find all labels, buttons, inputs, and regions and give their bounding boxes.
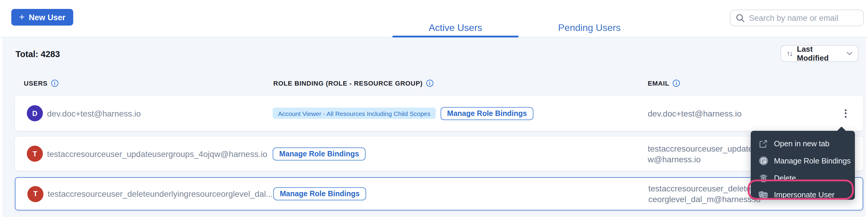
email-cell: testaccresourceuser_updateu w@harness.io [648, 143, 757, 165]
sort-dropdown[interactable]: ↑↓ Last Modified [780, 45, 859, 62]
email-line: w@harness.io [648, 154, 757, 165]
email-line: testaccresourceuser_deleteu [648, 183, 761, 194]
user-name: testaccresourceuser_deleteunderlyingreso… [48, 189, 273, 198]
table-row[interactable]: T testaccresourceuser_updateusergroups_4… [15, 137, 863, 171]
info-icon[interactable] [673, 80, 680, 87]
email-line: dev.doc+test@harness.io [648, 108, 742, 119]
sort-arrows-icon: ↑↓ [786, 49, 792, 58]
role-binding-cell: Manage Role Bindings [273, 147, 366, 160]
column-header-users: USERS [24, 80, 58, 87]
row-context-menu: Open in new tab Manage Role Bindings [751, 131, 855, 200]
active-tab-underline [392, 36, 519, 37]
menu-item-label: Manage Role Bindings [774, 156, 851, 165]
table-row-selected[interactable]: T testaccresourceuser_deleteunderlyingre… [15, 177, 863, 211]
role-bindings-icon [759, 156, 768, 165]
email-line: ceorglevel_dal_m@harness.io [648, 194, 761, 205]
column-header-role-binding: ROLE BINDING (ROLE - RESOURCE GROUP) [273, 80, 433, 87]
row-options-menu-icon[interactable] [841, 107, 849, 119]
user-management-page: + New User Active Users Pending Users To… [0, 0, 868, 217]
info-icon[interactable] [51, 80, 58, 87]
manage-role-bindings-button[interactable]: Manage Role Bindings [273, 187, 366, 201]
column-header-users-label: USERS [24, 80, 48, 87]
new-user-button-label: New User [29, 13, 65, 22]
new-user-button[interactable]: + New User [11, 9, 73, 26]
info-icon[interactable] [426, 80, 433, 87]
menu-item-impersonate-user[interactable]: Impersonate User [751, 187, 855, 203]
user-name: testaccresourceuser_updateusergroups_4oj… [47, 149, 267, 158]
menu-item-label: Delete [774, 174, 796, 183]
total-count-label: Total: 4283 [16, 49, 60, 59]
menu-item-manage-role-bindings[interactable]: Manage Role Bindings [751, 152, 855, 170]
tab-active-users[interactable]: Active Users [392, 20, 519, 36]
menu-item-delete[interactable]: Delete [751, 170, 855, 187]
external-link-icon [759, 139, 767, 148]
column-header-role-binding-label: ROLE BINDING (ROLE - RESOURCE GROUP) [273, 80, 423, 87]
avatar: D [27, 105, 43, 121]
menu-item-open-in-new-tab[interactable]: Open in new tab [751, 135, 855, 152]
search-icon [736, 13, 745, 22]
trash-icon [760, 174, 767, 182]
plus-icon: + [19, 12, 25, 22]
tab-pending-users[interactable]: Pending Users [539, 20, 640, 36]
role-binding-cell: Manage Role Bindings [273, 187, 366, 201]
page-header: + New User Active Users Pending Users [0, 0, 868, 37]
chevron-down-icon [846, 52, 852, 55]
sort-label: Last Modified [797, 45, 846, 63]
role-binding-cell: Account Viewer - All Resources Including… [273, 107, 533, 120]
table-row[interactable]: D dev.doc+test@harness.io Account Viewer… [15, 96, 863, 131]
search-box[interactable] [730, 9, 864, 26]
role-binding-tag: Account Viewer - All Resources Including… [273, 108, 436, 119]
masks-icon [758, 190, 768, 199]
menu-item-label: Impersonate User [774, 190, 834, 199]
email-cell: testaccresourceuser_deleteu ceorglevel_d… [648, 183, 761, 205]
avatar: T [27, 186, 43, 202]
email-line: testaccresourceuser_updateu [648, 143, 757, 154]
email-cell: dev.doc+test@harness.io [648, 108, 742, 119]
avatar: T [27, 146, 43, 162]
menu-item-label: Open in new tab [774, 139, 829, 148]
column-header-email: EMAIL [648, 80, 680, 87]
user-name: dev.doc+test@harness.io [47, 108, 141, 118]
column-header-email-label: EMAIL [648, 80, 669, 87]
manage-role-bindings-button[interactable]: Manage Role Bindings [440, 107, 533, 120]
manage-role-bindings-button[interactable]: Manage Role Bindings [273, 147, 366, 160]
search-input[interactable] [749, 13, 858, 22]
